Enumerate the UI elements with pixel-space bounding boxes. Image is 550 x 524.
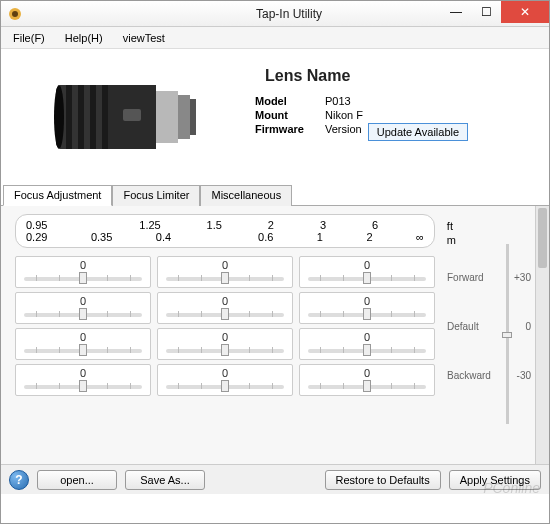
scale-tick-ft: 2 bbox=[268, 219, 274, 231]
app-icon bbox=[7, 6, 23, 22]
adjustment-slider[interactable]: 0 bbox=[157, 256, 293, 288]
scale-tick-m: 0.6 bbox=[258, 231, 273, 243]
scale-tick-m: 0.29 bbox=[26, 231, 47, 243]
help-icon[interactable]: ? bbox=[9, 470, 29, 490]
svg-rect-4 bbox=[72, 85, 78, 149]
tab-bar: Focus Adjustment Focus Limiter Miscellan… bbox=[1, 184, 549, 206]
tab-focus-adjustment[interactable]: Focus Adjustment bbox=[3, 185, 112, 206]
slider-value: 0 bbox=[166, 331, 284, 343]
adjustment-slider[interactable]: 0 bbox=[15, 328, 151, 360]
lens-panel: Lens Name ModelP013 MountNikon F Firmwar… bbox=[1, 49, 549, 184]
svg-point-12 bbox=[54, 85, 64, 149]
scale-tick-ft: 1.25 bbox=[139, 219, 160, 231]
adjustment-slider[interactable]: 0 bbox=[299, 256, 435, 288]
forward-label: Forward bbox=[447, 272, 484, 283]
slider-value: 0 bbox=[166, 295, 284, 307]
mount-label: Mount bbox=[255, 109, 325, 121]
model-value: P013 bbox=[325, 95, 351, 107]
adjustment-slider[interactable]: 0 bbox=[299, 364, 435, 396]
adjustment-slider[interactable]: 0 bbox=[15, 364, 151, 396]
scale-tick-m: 1 bbox=[317, 231, 323, 243]
adjustment-slider[interactable]: 0 bbox=[15, 292, 151, 324]
restore-defaults-button[interactable]: Restore to Defaults bbox=[325, 470, 441, 490]
default-label: Default bbox=[447, 321, 479, 332]
slider-value: 0 bbox=[308, 367, 426, 379]
menu-file[interactable]: File(F) bbox=[5, 30, 53, 46]
firmware-value: Version bbox=[325, 123, 362, 141]
svg-rect-9 bbox=[156, 91, 178, 143]
maximize-button[interactable]: ☐ bbox=[471, 1, 501, 23]
scale-tick-m: ∞ bbox=[416, 231, 424, 243]
slider-value: 0 bbox=[166, 259, 284, 271]
scale-tick-m: 0.35 bbox=[91, 231, 112, 243]
slider-value: 0 bbox=[24, 259, 142, 271]
apply-settings-button[interactable]: Apply Settings bbox=[449, 470, 541, 490]
adjustment-slider[interactable]: 0 bbox=[15, 256, 151, 288]
mount-value: Nikon F bbox=[325, 109, 363, 121]
adjustment-slider[interactable]: 0 bbox=[299, 292, 435, 324]
distance-scale: 0.951.251.5236 0.290.350.40.612∞ ft m bbox=[15, 214, 435, 248]
close-button[interactable]: ✕ bbox=[501, 1, 549, 23]
lens-image bbox=[15, 57, 245, 176]
svg-rect-11 bbox=[190, 99, 196, 135]
svg-rect-5 bbox=[84, 85, 90, 149]
svg-rect-8 bbox=[123, 109, 141, 121]
slider-value: 0 bbox=[308, 295, 426, 307]
scale-tick-ft: 0.95 bbox=[26, 219, 47, 231]
svg-rect-6 bbox=[96, 85, 102, 149]
lens-info: Lens Name ModelP013 MountNikon F Firmwar… bbox=[245, 57, 535, 176]
slider-value: 0 bbox=[24, 331, 142, 343]
update-available-button[interactable]: Update Available bbox=[368, 123, 468, 141]
adjustment-slider[interactable]: 0 bbox=[157, 292, 293, 324]
slider-value: 0 bbox=[24, 367, 142, 379]
direction-indicator: Forward+30 Default0 Backward-30 bbox=[439, 214, 539, 456]
forward-value: +30 bbox=[514, 272, 531, 283]
scale-tick-ft: 1.5 bbox=[207, 219, 222, 231]
backward-label: Backward bbox=[447, 370, 491, 381]
open-button[interactable]: open... bbox=[37, 470, 117, 490]
slider-value: 0 bbox=[166, 367, 284, 379]
save-as-button[interactable]: Save As... bbox=[125, 470, 205, 490]
menu-bar: File(F) Help(H) viewTest bbox=[1, 27, 549, 49]
lens-name-heading: Lens Name bbox=[265, 67, 525, 85]
menu-viewtest[interactable]: viewTest bbox=[115, 30, 173, 46]
menu-help[interactable]: Help(H) bbox=[57, 30, 111, 46]
scale-tick-ft: 6 bbox=[372, 219, 378, 231]
svg-point-1 bbox=[12, 11, 18, 17]
tab-miscellaneous[interactable]: Miscellaneous bbox=[200, 185, 292, 206]
title-bar: Tap-In Utility — ☐ ✕ bbox=[1, 1, 549, 27]
adjustment-slider[interactable]: 0 bbox=[157, 364, 293, 396]
focus-adjustment-panel: 0.951.251.5236 0.290.350.40.612∞ ft m 00… bbox=[1, 206, 549, 464]
slider-value: 0 bbox=[308, 331, 426, 343]
backward-value: -30 bbox=[517, 370, 531, 381]
vertical-scrollbar[interactable] bbox=[535, 206, 549, 464]
minimize-button[interactable]: — bbox=[441, 1, 471, 23]
scale-tick-m: 2 bbox=[366, 231, 372, 243]
direction-slider[interactable] bbox=[506, 244, 509, 424]
slider-value: 0 bbox=[308, 259, 426, 271]
svg-rect-10 bbox=[178, 95, 190, 139]
adjustment-slider[interactable]: 0 bbox=[299, 328, 435, 360]
default-value: 0 bbox=[525, 321, 531, 332]
adjustment-slider[interactable]: 0 bbox=[157, 328, 293, 360]
firmware-label: Firmware bbox=[255, 123, 325, 141]
scale-tick-m: 0.4 bbox=[156, 231, 171, 243]
scale-tick-ft: 3 bbox=[320, 219, 326, 231]
slider-value: 0 bbox=[24, 295, 142, 307]
bottom-toolbar: ? open... Save As... Restore to Defaults… bbox=[1, 464, 549, 494]
model-label: Model bbox=[255, 95, 325, 107]
tab-focus-limiter[interactable]: Focus Limiter bbox=[112, 185, 200, 206]
